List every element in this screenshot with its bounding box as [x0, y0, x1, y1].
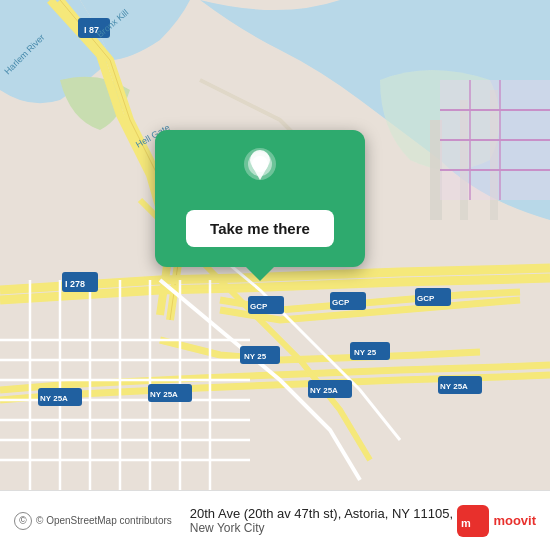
osm-icon: ©	[14, 512, 32, 530]
svg-text:GCP: GCP	[332, 298, 350, 307]
address-text: 20th Ave (20th av 47th st), Astoria, NY …	[190, 506, 458, 521]
svg-text:GCP: GCP	[417, 294, 435, 303]
osm-label: © OpenStreetMap contributors	[36, 515, 172, 526]
city-text: New York City	[190, 521, 458, 535]
svg-text:NY 25A: NY 25A	[150, 390, 178, 399]
moovit-branding: m moovit	[457, 505, 536, 537]
svg-text:NY 25A: NY 25A	[40, 394, 68, 403]
svg-text:GCP: GCP	[250, 302, 268, 311]
map-popup: Take me there	[155, 130, 365, 267]
svg-text:NY 25A: NY 25A	[310, 386, 338, 395]
osm-attribution: © © OpenStreetMap contributors	[14, 512, 172, 530]
map-container: I 87 I 278 GCP GCP GCP NY 25A NY 25A NY …	[0, 0, 550, 490]
moovit-label: moovit	[493, 513, 536, 528]
take-me-there-button[interactable]: Take me there	[186, 210, 334, 247]
location-pin	[240, 146, 280, 198]
svg-text:m: m	[461, 517, 471, 529]
bottom-bar: © © OpenStreetMap contributors 20th Ave …	[0, 490, 550, 550]
location-info: 20th Ave (20th av 47th st), Astoria, NY …	[190, 506, 458, 535]
svg-text:NY 25: NY 25	[244, 352, 267, 361]
svg-text:I 278: I 278	[65, 279, 85, 289]
svg-text:NY 25A: NY 25A	[440, 382, 468, 391]
moovit-icon: m	[457, 505, 489, 537]
svg-text:NY 25: NY 25	[354, 348, 377, 357]
